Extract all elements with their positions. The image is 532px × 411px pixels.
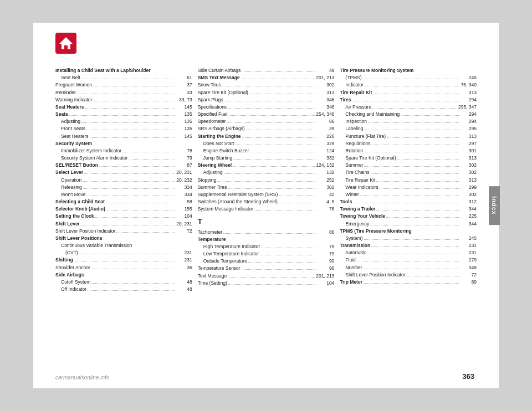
list-item: Spark Plugs346 bbox=[198, 96, 335, 104]
list-item: Labeling295 bbox=[340, 125, 477, 132]
list-item: Automatic231 bbox=[340, 249, 477, 256]
column-1: Installing a Child Seat with a Lap/Shoul… bbox=[55, 67, 198, 372]
entry-page: 124 bbox=[318, 147, 334, 155]
list-item: Engine Switch Buzzer124 bbox=[198, 147, 335, 155]
list-item: Puncture (Flat Tire)313 bbox=[340, 133, 477, 140]
entry-label: Indicator bbox=[345, 81, 364, 89]
entry-label: Adjusting bbox=[61, 118, 80, 125]
entry-page: 313 bbox=[460, 89, 477, 96]
list-item: Warning Indicator33, 73 bbox=[55, 96, 192, 104]
entry-label: Jump Starting bbox=[203, 155, 232, 162]
entry-label: Installing a Child Seat with a Lap/Shoul… bbox=[55, 67, 150, 74]
entry-dots bbox=[99, 166, 175, 167]
entry-dots bbox=[360, 196, 459, 196]
entry-label: System Message Indicator bbox=[198, 206, 253, 213]
entry-label: Supplemental Restraint System (SRS) bbox=[198, 191, 278, 198]
entry-dots bbox=[228, 284, 317, 285]
list-item: Tools312 bbox=[340, 198, 477, 206]
entry-dots bbox=[376, 210, 459, 210]
list-item: Seat Belt61 bbox=[55, 74, 192, 81]
list-item: Shift Lever Position Indicator72 bbox=[55, 228, 192, 235]
entry-label: Does Not Start bbox=[203, 140, 234, 147]
entry-label: Checking and Maintaining bbox=[345, 111, 400, 118]
entry-dots bbox=[83, 181, 174, 182]
entry-page: 89 bbox=[460, 279, 477, 286]
entry-dots bbox=[353, 203, 459, 203]
entry-dots bbox=[387, 137, 459, 138]
entry-dots bbox=[249, 94, 316, 94]
entry-label: Immobilizer System Indicator bbox=[61, 147, 121, 155]
list-item: Temperature bbox=[198, 236, 335, 243]
entry-page: 294 bbox=[460, 111, 477, 118]
entry-dots bbox=[248, 262, 316, 263]
list-item: Side Airbags bbox=[55, 271, 192, 279]
entry-dots bbox=[246, 130, 317, 130]
entry-page: 20, 232 bbox=[176, 177, 192, 184]
entry-dots bbox=[95, 217, 174, 218]
entry-label: Number bbox=[345, 264, 362, 271]
entry-dots bbox=[88, 290, 175, 291]
entry-page: 76, 340 bbox=[460, 81, 477, 89]
entry-label: Seat Belt bbox=[61, 74, 80, 81]
entry-page: 334 bbox=[176, 191, 192, 198]
entry-dots bbox=[227, 122, 317, 123]
entry-label: Spare Tire Kit (Optional) bbox=[345, 155, 396, 162]
entry-label: Tire Repair Kit bbox=[340, 89, 372, 96]
list-item: Inspection294 bbox=[340, 118, 477, 125]
entry-page: 135 bbox=[176, 125, 192, 132]
list-item: Switches (Around the Steering Wheel)4, 5 bbox=[198, 198, 335, 206]
entry-label: Seat Heaters bbox=[55, 104, 84, 111]
entry-page: 42 bbox=[318, 191, 334, 198]
entry-page: 313 bbox=[460, 133, 477, 140]
entry-dots bbox=[352, 101, 459, 101]
entry-label: Side Curtain Airbags bbox=[198, 67, 241, 74]
entry-label: Specified Fuel bbox=[198, 111, 228, 118]
entry-dots bbox=[224, 173, 317, 174]
entry-dots bbox=[367, 254, 459, 254]
list-item: Specifications346 bbox=[198, 104, 335, 111]
entry-dots bbox=[224, 101, 317, 101]
entry-label: Fluid bbox=[345, 256, 355, 264]
entry-page: 79 bbox=[318, 243, 334, 250]
column-3: Tire Pressure Monitoring System(TPMS)245… bbox=[340, 67, 477, 372]
entry-page: 252 bbox=[318, 177, 334, 184]
entry-label: Puncture (Flat Tire) bbox=[345, 133, 386, 140]
entry-label: Front Seats bbox=[61, 125, 85, 132]
entry-dots bbox=[364, 152, 459, 152]
entry-page: 301 bbox=[460, 147, 477, 155]
home-icon-area[interactable] bbox=[55, 33, 76, 56]
list-item: Shift Lever Positions bbox=[55, 235, 192, 242]
entry-page: 294 bbox=[460, 96, 477, 104]
entry-label: Specifications bbox=[198, 104, 227, 111]
entry-dots bbox=[116, 232, 174, 233]
entry-label: Reminder bbox=[55, 89, 76, 96]
entry-label: Shifting bbox=[55, 256, 73, 264]
entry-page: 201, 213 bbox=[316, 74, 334, 81]
entry-label: Air Pressure bbox=[345, 104, 371, 111]
entry-page: 297 bbox=[460, 140, 477, 147]
list-item: Low Temperature Indicator79 bbox=[198, 250, 335, 258]
entry-page: 79 bbox=[318, 250, 334, 258]
entry-dots bbox=[106, 210, 175, 210]
list-item: Selecting a Child Seat58 bbox=[55, 198, 192, 206]
entry-page: 76 bbox=[318, 206, 334, 213]
list-item: Seat Heaters145 bbox=[55, 104, 192, 111]
page-number: 363 bbox=[462, 372, 474, 381]
entry-dots bbox=[91, 283, 174, 284]
entry-label: Outside Temperature bbox=[203, 258, 247, 265]
list-item: System Message Indicator76 bbox=[198, 206, 335, 213]
entry-label: Switches (Around the Steering Wheel) bbox=[198, 198, 278, 206]
list-item: Pregnant Women37 bbox=[55, 81, 192, 89]
entry-dots bbox=[364, 130, 459, 130]
entry-page: 86 bbox=[318, 118, 334, 125]
page-container: Index 363 Installing a Child Seat with a… bbox=[33, 23, 499, 388]
entry-page: 20, 231 bbox=[176, 220, 192, 228]
entry-page: 302 bbox=[460, 191, 477, 198]
entry-label: Shift Lever Position Indicator bbox=[55, 228, 115, 235]
entry-label: Seat Heaters bbox=[61, 133, 89, 140]
entry-page: 294 bbox=[460, 118, 477, 125]
list-item: Selector Knob (Audio)155 bbox=[55, 206, 192, 213]
list-item: Seats135 bbox=[55, 111, 192, 118]
entry-page: 225 bbox=[460, 213, 477, 220]
entry-label: Shift Lever Position Indicator bbox=[345, 271, 405, 279]
